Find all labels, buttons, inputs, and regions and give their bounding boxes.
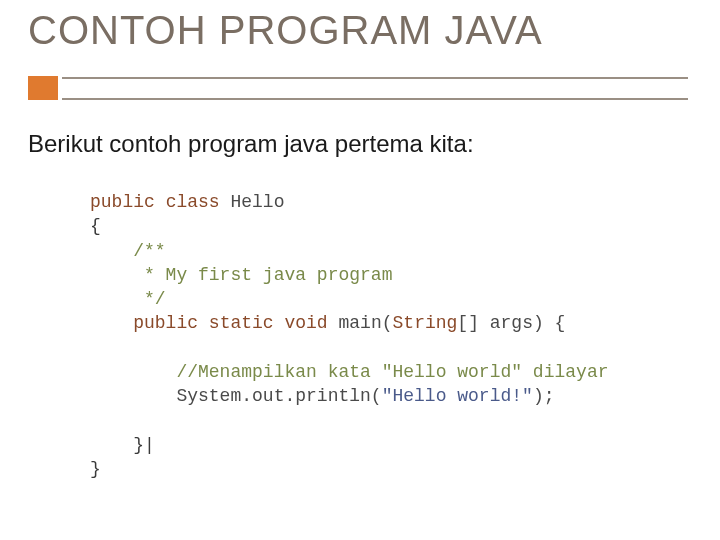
title-divider [28,76,688,104]
code-string: "Hello world!" [382,386,533,406]
divider-line-top [62,77,688,79]
code-keyword: public [90,192,155,212]
slide-title: CONTOH PROGRAM JAVA [28,8,543,53]
code-comment: */ [90,289,166,309]
accent-box [28,76,58,100]
code-classname: Hello [230,192,284,212]
code-brace: { [90,216,101,236]
code-keyword: void [284,313,327,333]
code-block: public class Hello { /** * My first java… [90,190,608,482]
slide: CONTOH PROGRAM JAVA Berikut contoh progr… [0,0,720,540]
code-stmt: .println( [284,386,381,406]
divider-line-bottom [62,98,688,100]
code-punct: ( [382,313,393,333]
code-comment: //Menampilkan kata "Hello world" dilayar [90,362,608,382]
code-brace: } [90,459,101,479]
code-identifier: main [339,313,382,333]
code-brace: }| [90,435,155,455]
code-punct: [] args) { [457,313,565,333]
code-punct: ); [533,386,555,406]
code-stmt: System. [90,386,252,406]
code-keyword: class [166,192,220,212]
code-keyword: public [133,313,198,333]
code-comment: * My first java program [90,265,392,285]
code-comment: /** [90,241,166,261]
code-keyword: static [209,313,274,333]
code-type: String [393,313,458,333]
code-field: out [252,386,284,406]
slide-subtitle: Berikut contoh program java pertema kita… [28,130,474,158]
